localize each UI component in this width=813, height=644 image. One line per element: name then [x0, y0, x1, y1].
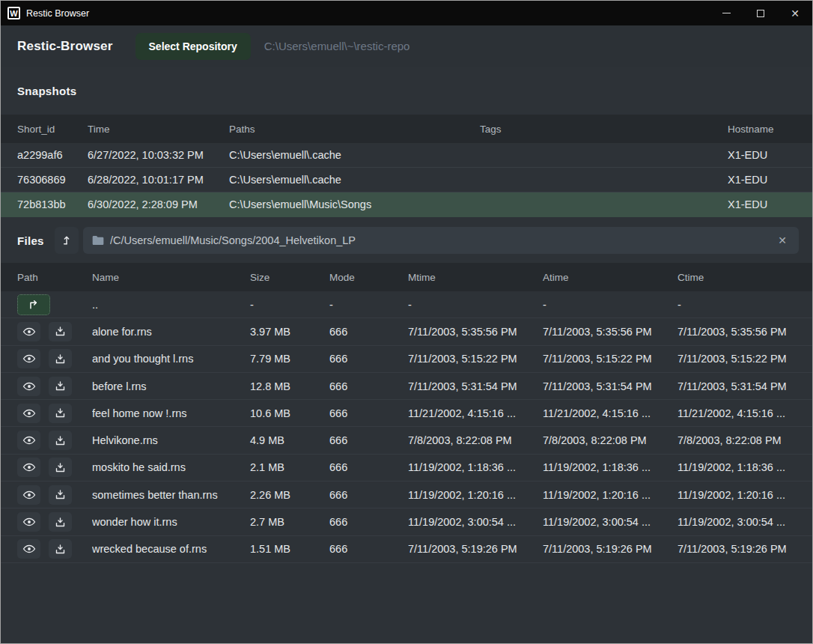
download-file-button[interactable]	[49, 377, 72, 396]
download-file-button[interactable]	[49, 485, 72, 505]
download-file-button[interactable]	[49, 404, 72, 423]
column-mtime: Mtime	[408, 272, 543, 283]
file-ctime: 7/8/2003, 8:22:08 PM	[678, 434, 812, 446]
column-hostname: Hostname	[728, 124, 812, 135]
clear-path-button[interactable]: ✕	[775, 233, 790, 248]
download-file-button[interactable]	[49, 349, 72, 368]
preview-file-button[interactable]	[17, 322, 40, 341]
eye-icon	[22, 517, 36, 527]
file-size: 2.7 MB	[250, 516, 329, 528]
go-to-parent-button[interactable]	[17, 294, 50, 315]
file-size: 2.26 MB	[250, 489, 329, 501]
snapshot-short-id: a2299af6	[17, 149, 88, 161]
file-size: 12.8 MB	[250, 380, 329, 392]
file-row[interactable]: wrecked because of.rns 1.51 MB 666 7/11/…	[1, 536, 812, 563]
preview-file-button[interactable]	[17, 458, 40, 477]
app-window: W Restic Browser ✕ Restic-Browser Select…	[0, 0, 813, 644]
snapshot-time: 6/28/2022, 10:01:17 PM	[88, 174, 229, 186]
minimize-button[interactable]	[709, 1, 743, 25]
file-name: and you thought l.rns	[92, 353, 250, 365]
file-name: alone for.rns	[92, 326, 250, 338]
preview-file-button[interactable]	[17, 485, 40, 505]
eye-icon	[22, 381, 36, 392]
file-mtime: 11/19/2002, 1:20:16 ...	[408, 489, 543, 501]
file-row[interactable]: before l.rns 12.8 MB 666 7/11/2003, 5:31…	[1, 373, 812, 400]
file-atime: 7/11/2003, 5:31:54 PM	[543, 380, 678, 392]
download-file-button[interactable]	[49, 458, 72, 477]
preview-file-button[interactable]	[17, 512, 40, 532]
download-file-button[interactable]	[49, 322, 72, 341]
file-row[interactable]: sometimes better than.rns 2.26 MB 666 11…	[1, 482, 812, 508]
file-row[interactable]: Helvikone.rns 4.9 MB 666 7/8/2003, 8:22:…	[1, 427, 812, 454]
files-heading: Files	[17, 234, 55, 247]
snapshot-row-selected[interactable]: 72b813bb 6/30/2022, 2:28:09 PM C:\Users\…	[1, 192, 812, 217]
file-atime: 11/21/2002, 4:15:16 ...	[543, 407, 678, 419]
file-ctime: 11/19/2002, 1:18:36 ...	[678, 461, 812, 473]
eye-icon	[22, 435, 36, 446]
file-ctime: 11/19/2002, 1:20:16 ...	[678, 489, 812, 501]
eye-icon	[22, 326, 36, 337]
file-ctime: -	[678, 299, 812, 311]
file-row[interactable]: and you thought l.rns 7.79 MB 666 7/11/2…	[1, 346, 812, 373]
snapshot-paths: C:\Users\emuell\Music\Songs	[229, 198, 480, 210]
download-icon	[55, 380, 66, 392]
file-name: moskito he said.rns	[92, 461, 250, 473]
preview-file-button[interactable]	[17, 404, 40, 423]
preview-file-button[interactable]	[17, 539, 40, 559]
folder-icon	[92, 235, 104, 246]
column-name: Name	[92, 272, 250, 283]
column-tags: Tags	[480, 124, 728, 135]
file-mode: 666	[329, 407, 408, 419]
file-atime: 7/8/2003, 8:22:08 PM	[543, 434, 678, 446]
close-button[interactable]: ✕	[778, 1, 812, 25]
snapshot-row[interactable]: a2299af6 6/27/2022, 10:03:32 PM C:\Users…	[1, 143, 812, 168]
file-mtime: 7/11/2003, 5:15:22 PM	[408, 353, 543, 365]
preview-file-button[interactable]	[17, 431, 40, 450]
download-icon	[55, 353, 66, 365]
preview-file-button[interactable]	[17, 377, 40, 396]
file-atime: -	[543, 299, 678, 311]
file-name: before l.rns	[92, 380, 250, 392]
current-path-input[interactable]: /C/Users/emuell/Music/Songs/2004_Helveti…	[83, 227, 799, 254]
window-title: Restic Browser	[26, 8, 709, 19]
file-row[interactable]: alone for.rns 3.97 MB 666 7/11/2003, 5:3…	[1, 318, 812, 345]
file-atime: 11/19/2002, 1:20:16 ...	[543, 489, 678, 501]
file-atime: 7/11/2003, 5:15:22 PM	[543, 353, 678, 365]
file-size: 3.97 MB	[250, 326, 329, 338]
column-ctime: Ctime	[678, 272, 812, 283]
download-file-button[interactable]	[49, 539, 72, 559]
dump-snapshot-button[interactable]	[55, 227, 79, 254]
parent-directory-row[interactable]: .. - - - - -	[1, 291, 812, 318]
maximize-button[interactable]	[743, 1, 778, 25]
download-icon	[55, 326, 66, 337]
file-mode: 666	[329, 353, 408, 365]
file-mtime: 7/11/2003, 5:31:54 PM	[408, 380, 543, 392]
files-bar: Files /C/Users/emuell/Music/Songs/2004_H…	[1, 227, 812, 254]
file-mtime: 7/8/2003, 8:22:08 PM	[408, 434, 543, 446]
file-row[interactable]: moskito he said.rns 2.1 MB 666 11/19/200…	[1, 455, 812, 482]
preview-file-button[interactable]	[17, 349, 40, 368]
file-mode: 666	[329, 434, 408, 446]
snapshot-short-id: 76306869	[17, 174, 88, 186]
select-repository-button[interactable]: Select Repository	[136, 33, 251, 60]
file-row[interactable]: feel home now !.rns 10.6 MB 666 11/21/20…	[1, 400, 812, 427]
file-name: ..	[92, 299, 250, 311]
download-file-button[interactable]	[49, 431, 72, 450]
file-mode: 666	[329, 326, 408, 338]
file-row[interactable]: wonder how it.rns 2.7 MB 666 11/19/2002,…	[1, 508, 812, 535]
snapshots-table-header: Short_id Time Paths Tags Hostname	[1, 115, 812, 143]
snapshot-time: 6/30/2022, 2:28:09 PM	[88, 198, 229, 210]
snapshot-row[interactable]: 76306869 6/28/2022, 10:01:17 PM C:\Users…	[1, 168, 812, 192]
snapshot-hostname: X1-EDU	[728, 198, 812, 210]
snapshot-time: 6/27/2022, 10:03:32 PM	[88, 149, 229, 161]
file-mode: 666	[329, 461, 408, 473]
file-mtime: 11/19/2002, 1:18:36 ...	[408, 461, 543, 473]
download-icon	[55, 544, 66, 555]
download-file-button[interactable]	[49, 512, 72, 532]
snapshot-paths: C:\Users\emuell\.cache	[229, 149, 480, 161]
file-ctime: 11/21/2002, 4:15:16 ...	[678, 407, 812, 419]
app-logo-icon: W	[7, 7, 20, 19]
download-icon	[55, 489, 66, 500]
file-mode: 666	[329, 380, 408, 392]
snapshot-hostname: X1-EDU	[728, 174, 812, 186]
